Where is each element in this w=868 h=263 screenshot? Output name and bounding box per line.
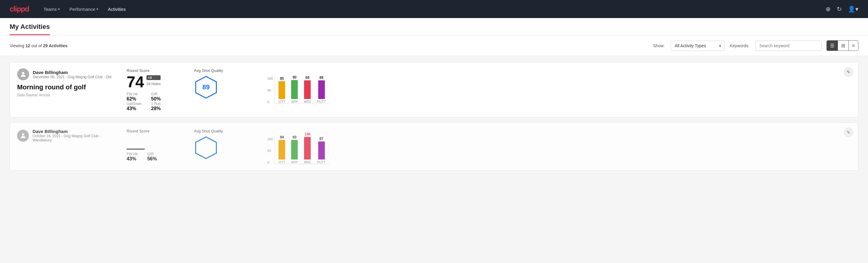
bar-ott: 85 OTT (279, 77, 285, 104)
gir-label: GIR (151, 92, 161, 96)
viewing-text: Viewing 12 out of 29 Activities (10, 43, 67, 48)
shot-quality-score: 89 (203, 83, 210, 91)
round-score-row: 74 +4 18 Holes (127, 74, 187, 90)
user-date: December 05, 2021 - Gog Magog Golf Club … (33, 75, 111, 79)
svg-point-0 (22, 72, 24, 74)
user-info: Dave Billingham October 16, 2021 - Gog M… (32, 129, 119, 142)
bar-arg: 89 ARG (304, 76, 311, 104)
avatar (17, 130, 29, 142)
score-badge: +4 (147, 75, 161, 80)
chevron-down-icon: ▾ (97, 7, 98, 11)
activity-type-select-wrapper: All Activity Types (671, 40, 725, 51)
avg-shot-quality-label: Avg Shot Quality (194, 129, 223, 133)
edit-button[interactable]: ✎ (844, 67, 853, 77)
updown-label: Up/Down (127, 102, 142, 106)
shot-quality-section: Avg Shot Quality 89 (194, 68, 260, 99)
fw-hit-value: 62% (127, 96, 142, 102)
round-score-row (127, 135, 187, 150)
gir-stat: GIR 50% 1 Putt 28% (151, 92, 161, 111)
edit-button[interactable]: ✎ (844, 127, 853, 137)
view-list-wide-button[interactable]: ≡ (849, 40, 858, 51)
bars-container: 85 OTT 90 APP 89 ARG (275, 77, 329, 104)
avg-shot-quality-label: Avg Shot Quality (194, 68, 223, 73)
bar-putt: 89 PUTT (317, 76, 326, 104)
round-score-label: Round Score (127, 129, 187, 133)
user-info: Dave Billingham December 05, 2021 - Gog … (33, 70, 111, 79)
fw-hit-stat: FW Hit 43% (127, 152, 138, 162)
search-input[interactable] (755, 40, 822, 51)
fw-hit-stat: FW Hit 62% Up/Down 43% (127, 92, 142, 111)
fw-hit-label: FW Hit (127, 152, 138, 156)
fw-hit-value: 43% (127, 156, 138, 162)
y-axis: 100 50 0 (268, 77, 273, 104)
viewing-suffix: Activities (48, 43, 68, 48)
page-title: My Activities (10, 23, 50, 35)
bar-arg: 106 ARG (304, 132, 311, 164)
sq-body (194, 136, 218, 160)
logo: clippd (10, 5, 29, 13)
svg-point-2 (22, 133, 24, 136)
nav-activities[interactable]: Activities (108, 7, 126, 12)
activity-card: Dave Billingham December 05, 2021 - Gog … (10, 62, 858, 118)
filter-bar: Viewing 12 out of 29 Activities Show: Al… (0, 35, 868, 56)
oneputt-label: 1 Putt (151, 102, 161, 106)
gir-value: 50% (151, 96, 161, 102)
view-list-compact-button[interactable]: ☰ (827, 40, 838, 51)
gir-label: GIR (147, 152, 157, 156)
show-label: Show: (653, 43, 665, 48)
round-score-label: Round Score (127, 68, 187, 73)
shot-quality-hexagon: 89 (194, 75, 218, 99)
activity-type-select[interactable]: All Activity Types (671, 40, 725, 51)
navbar: clippd Teams ▾ Performance ▾ Activities … (0, 0, 868, 18)
activity-title: Morning round of golf (17, 83, 119, 91)
shot-quality-hexagon (194, 136, 218, 160)
bar-app: 93 APP (291, 135, 298, 164)
activity-card: Dave Billingham October 16, 2021 - Gog M… (10, 122, 858, 171)
avatar (17, 68, 29, 80)
activities-list: Dave Billingham December 05, 2021 - Gog … (0, 56, 868, 181)
stats-section: Round Score FW Hit 43% GIR 56% (127, 129, 187, 162)
page-header: My Activities (0, 18, 868, 35)
user-name: Dave Billingham (33, 70, 111, 75)
stats-section: Round Score 74 +4 18 Holes FW Hit 62% Up… (127, 68, 187, 111)
nav-activities-label: Activities (108, 7, 126, 12)
card-left: Dave Billingham December 05, 2021 - Gog … (17, 68, 119, 97)
bar-chart: 100 50 0 94 OTT 93 APP (268, 131, 851, 164)
holes-label: 18 Holes (147, 82, 161, 86)
bar-chart-area: 100 50 0 94 OTT 93 APP (268, 129, 851, 164)
view-toggle: ☰ ⊞ ≡ (827, 40, 858, 51)
y-axis: 100 50 0 (268, 137, 273, 164)
bar-chart: 100 50 0 85 OTT 90 APP (268, 71, 851, 104)
nav-performance-label: Performance (69, 7, 95, 12)
gir-value: 56% (147, 156, 157, 162)
oneputt-value: 28% (151, 106, 161, 111)
score-big: 74 (127, 74, 144, 90)
bar-ott: 94 OTT (279, 135, 285, 164)
sub-stats: FW Hit 43% GIR 56% (127, 152, 187, 162)
viewing-count: 12 (26, 43, 30, 48)
add-icon[interactable]: ⊕ (826, 5, 831, 12)
keywords-label: Keywords: (730, 43, 749, 48)
nav-performance[interactable]: Performance ▾ (69, 7, 98, 12)
data-source: Data Source: Arccos (17, 93, 119, 97)
fw-hit-label: FW Hit (127, 92, 142, 96)
shot-quality-section: Avg Shot Quality (194, 129, 260, 160)
view-grid-button[interactable]: ⊞ (838, 40, 849, 51)
refresh-icon[interactable]: ↻ (837, 5, 842, 12)
user-avatar-icon[interactable]: 👤▾ (848, 5, 858, 12)
bar-putt: 87 PUTT (317, 137, 326, 164)
user-row: Dave Billingham October 16, 2021 - Gog M… (17, 129, 119, 142)
bar-app: 90 APP (291, 75, 298, 104)
user-row: Dave Billingham December 05, 2021 - Gog … (17, 68, 119, 80)
nav-teams-label: Teams (43, 7, 57, 12)
score-line (127, 135, 145, 150)
sub-stats: FW Hit 62% Up/Down 43% GIR 50% 1 Putt 28… (127, 92, 187, 111)
bar-chart-area: 100 50 0 85 OTT 90 APP (268, 68, 851, 104)
sq-body: 89 (194, 75, 218, 99)
user-date: October 16, 2021 - Gog Magog Golf Club -… (32, 134, 119, 142)
svg-marker-3 (196, 137, 217, 158)
nav-teams[interactable]: Teams ▾ (43, 7, 60, 12)
updown-value: 43% (127, 106, 142, 111)
bars-container: 94 OTT 93 APP 106 ARG (275, 137, 329, 164)
card-left: Dave Billingham October 16, 2021 - Gog M… (17, 129, 119, 144)
